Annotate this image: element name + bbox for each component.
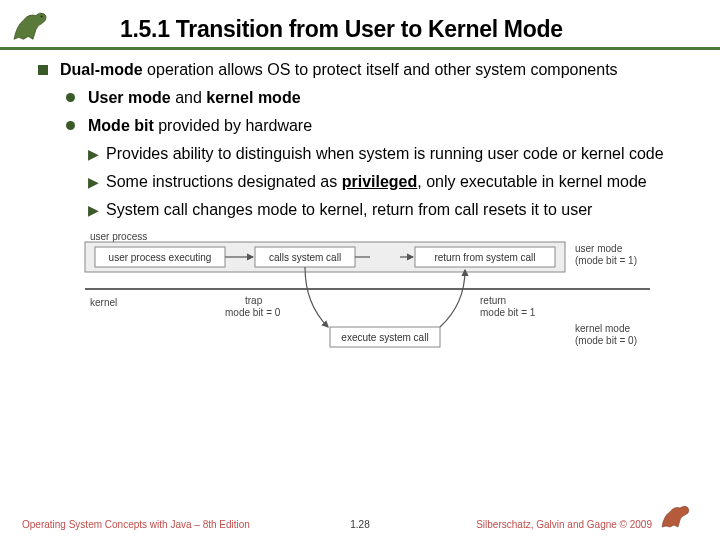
bullet-sub-2: Mode bit provided by hardware <box>66 116 692 136</box>
text: and <box>171 89 207 106</box>
footer-right: Silberschatz, Galvin and Gagne © 2009 <box>476 500 698 530</box>
text: , only executable in kernel mode <box>417 173 646 190</box>
bold-text: Dual-mode <box>60 61 143 78</box>
svg-text:(mode bit = 0): (mode bit = 0) <box>575 335 637 346</box>
bullet-main: Dual-mode operation allows OS to protect… <box>38 60 692 80</box>
bold-text: User mode <box>88 89 171 106</box>
footer-page-number: 1.28 <box>350 519 369 530</box>
bullet-arrow-1: ▶ Provides ability to distinguish when s… <box>88 144 692 164</box>
footer-left: Operating System Concepts with Java – 8t… <box>22 519 250 530</box>
slide-header: 1.5.1 Transition from User to Kernel Mod… <box>0 0 720 50</box>
bullet-arrow-2: ▶ Some instructions designated as privil… <box>88 172 692 192</box>
svg-text:calls system call: calls system call <box>269 252 341 263</box>
disc-bullet-icon <box>66 121 75 130</box>
bullet-sub-1: User mode and kernel mode <box>66 88 692 108</box>
text: System call changes mode to kernel, retu… <box>106 201 592 218</box>
bold-text: Mode bit <box>88 117 154 134</box>
svg-text:return from system call: return from system call <box>434 252 535 263</box>
svg-text:(mode bit = 1): (mode bit = 1) <box>575 255 637 266</box>
footer-copyright: Silberschatz, Galvin and Gagne © 2009 <box>476 519 652 530</box>
text: operation allows OS to protect itself an… <box>143 61 618 78</box>
label: user process <box>90 234 147 242</box>
slide-footer: Operating System Concepts with Java – 8t… <box>0 500 720 530</box>
text: provided by hardware <box>154 117 312 134</box>
svg-text:user mode: user mode <box>575 243 623 254</box>
svg-text:return: return <box>480 295 506 306</box>
arrow-bullet-icon: ▶ <box>88 146 99 164</box>
text: Provides ability to distinguish when sys… <box>106 145 664 162</box>
svg-point-0 <box>41 16 43 18</box>
mode-transition-diagram: user process user process executing call… <box>70 234 660 369</box>
svg-text:mode bit = 1: mode bit = 1 <box>480 307 536 318</box>
square-bullet-icon <box>38 65 48 75</box>
svg-text:kernel mode: kernel mode <box>575 323 630 334</box>
arrow-bullet-icon: ▶ <box>88 174 99 192</box>
svg-text:execute system call: execute system call <box>341 332 428 343</box>
bullet-arrow-3: ▶ System call changes mode to kernel, re… <box>88 200 692 220</box>
underline-text: privileged <box>342 173 418 190</box>
dinosaur-logo-right <box>658 500 698 530</box>
svg-text:user process executing: user process executing <box>109 252 212 263</box>
arrow-bullet-icon: ▶ <box>88 202 99 220</box>
slide-content: Dual-mode operation allows OS to protect… <box>0 50 720 369</box>
dinosaur-logo-left <box>8 6 58 44</box>
svg-text:mode bit = 0: mode bit = 0 <box>225 307 281 318</box>
text: Some instructions designated as <box>106 173 342 190</box>
disc-bullet-icon <box>66 93 75 102</box>
svg-text:kernel: kernel <box>90 297 117 308</box>
bold-text: kernel mode <box>206 89 300 106</box>
svg-text:trap: trap <box>245 295 263 306</box>
slide-title: 1.5.1 Transition from User to Kernel Mod… <box>120 16 563 47</box>
